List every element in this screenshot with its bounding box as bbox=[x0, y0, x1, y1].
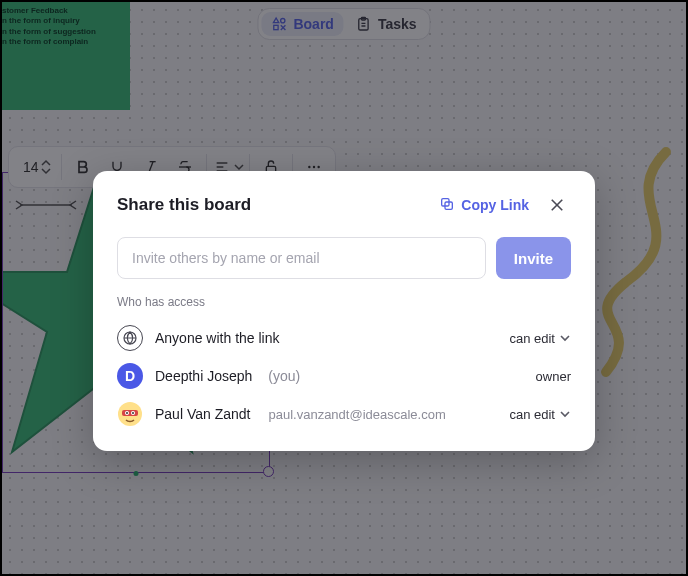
share-modal: Share this board Copy Link Invite Who ha… bbox=[93, 171, 595, 451]
role-dropdown[interactable]: can edit bbox=[509, 331, 571, 346]
avatar-initial: D bbox=[117, 363, 143, 389]
invite-input[interactable] bbox=[117, 237, 486, 279]
role-label: owner bbox=[536, 369, 571, 384]
copy-link-label: Copy Link bbox=[461, 197, 529, 213]
svg-point-28 bbox=[126, 412, 128, 414]
access-row-user: Paul Van Zandt paul.vanzandt@ideascale.c… bbox=[117, 395, 571, 433]
modal-title: Share this board bbox=[117, 195, 439, 215]
globe-icon bbox=[117, 325, 143, 351]
avatar-emoji bbox=[117, 401, 143, 427]
access-email: paul.vanzandt@ideascale.com bbox=[268, 407, 445, 422]
access-section-label: Who has access bbox=[117, 295, 571, 309]
access-name: Paul Van Zandt bbox=[155, 406, 250, 422]
chevron-down-icon bbox=[559, 408, 571, 420]
role-dropdown[interactable]: can edit bbox=[509, 407, 571, 422]
copy-link-button[interactable]: Copy Link bbox=[439, 196, 529, 215]
you-label: (you) bbox=[268, 368, 300, 384]
access-name: Deepthi Joseph bbox=[155, 368, 252, 384]
invite-button[interactable]: Invite bbox=[496, 237, 571, 279]
copy-icon bbox=[439, 196, 455, 215]
access-row-anyone: Anyone with the link can edit bbox=[117, 319, 571, 357]
access-row-user: D Deepthi Joseph (you) owner bbox=[117, 357, 571, 395]
svg-rect-25 bbox=[122, 410, 138, 416]
svg-point-29 bbox=[132, 412, 134, 414]
close-button[interactable] bbox=[543, 191, 571, 219]
chevron-down-icon bbox=[559, 332, 571, 344]
access-name: Anyone with the link bbox=[155, 330, 280, 346]
